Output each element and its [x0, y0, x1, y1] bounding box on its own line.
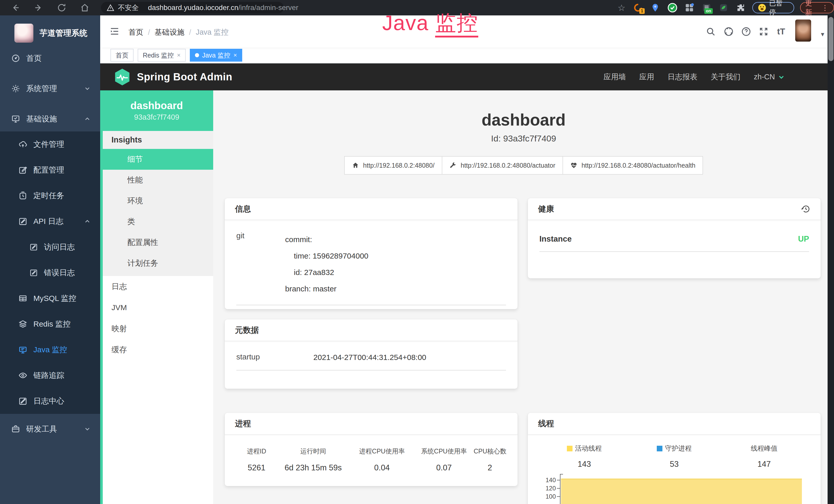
info-card-body: git commit: time: 1596289704000 id: 27aa… — [225, 220, 518, 305]
edit-square-icon — [29, 269, 38, 277]
tag-label: 首页 — [115, 51, 128, 60]
sba-menu-journal[interactable]: 日志报表 — [667, 72, 697, 82]
sba-content: dashboard Id: 93a3fc7f7409 http://192.16… — [213, 90, 834, 504]
sidebar-item-config-manage[interactable]: 配置管理 — [0, 157, 100, 183]
text-size-glyph: tT — [777, 27, 785, 37]
app-logo[interactable]: 芋道管理系统 — [14, 24, 87, 43]
search-icon[interactable] — [705, 26, 716, 37]
metadata-value: 2021-04-27T00:44:31.254+08:00 — [313, 352, 426, 362]
process-col-header: 系统CPU使用率 — [414, 447, 474, 456]
info-card: 信息 git commit: time: 1596289704000 id: 2… — [225, 198, 518, 309]
address-bar[interactable]: 不安全 dashboard.yudao.iocoder.cn/infra/adm… — [101, 2, 284, 14]
sba-menu-mappings[interactable]: 映射 — [103, 318, 213, 339]
process-col-header: CPU核心数 — [474, 447, 506, 456]
sba-brand[interactable]: Spring Boot Admin — [100, 68, 232, 86]
sba-menu-environment[interactable]: 环境 — [103, 190, 213, 211]
tag-home[interactable]: 首页 — [110, 49, 134, 62]
sba-menu-applications[interactable]: 应用 — [639, 72, 654, 82]
tag-close-icon[interactable]: × — [234, 52, 237, 59]
page-scrollbar-track[interactable] — [828, 16, 834, 504]
sba-instance-header[interactable]: dashboard 93a3fc7f7409 — [100, 90, 213, 131]
browser-forward-icon[interactable] — [34, 3, 43, 13]
browser-update-pill[interactable]: 更新 ⋮ — [800, 2, 834, 13]
extension-updater-icon[interactable]: 1 — [633, 2, 644, 13]
sba-menu-metrics[interactable]: 性能 — [103, 170, 213, 190]
extension-tabs-grid-icon[interactable] — [684, 2, 695, 13]
browser-reload-icon[interactable] — [57, 3, 67, 13]
breadcrumb-home[interactable]: 首页 — [128, 27, 143, 38]
sidebar-item-redis-monitor[interactable]: Redis 监控 — [0, 311, 100, 337]
breadcrumb-infrastructure[interactable]: 基础设施 — [155, 27, 184, 38]
sidebar-item-dev-tools[interactable]: 研发工具 — [0, 414, 100, 444]
spring-boot-admin-logo — [114, 68, 130, 86]
git-commit-line: commit: — [285, 231, 368, 248]
threads-values: 143 53 147 — [540, 460, 809, 469]
metadata-card-title: 元数据 — [235, 325, 259, 336]
gear-icon — [11, 84, 20, 93]
sidebar-item-file-manage[interactable]: 文件管理 — [0, 132, 100, 157]
sidebar-item-mysql-monitor[interactable]: MySQL 监控 — [0, 285, 100, 311]
live-threads-value: 143 — [540, 460, 629, 469]
sba-menu-classes[interactable]: 类 — [103, 211, 213, 232]
user-avatar[interactable] — [795, 20, 811, 42]
sba-menu-details[interactable]: 细节 — [100, 149, 213, 170]
extension-green-circle-icon[interactable] — [667, 2, 678, 13]
fullscreen-icon[interactable] — [758, 26, 769, 37]
text-size-icon[interactable]: tT — [776, 26, 787, 37]
sidebar-item-infrastructure[interactable]: 基础设施 — [0, 104, 100, 134]
threads-card-header: 线程 — [528, 413, 821, 435]
extension-leaf-icon[interactable] — [718, 2, 729, 13]
history-icon[interactable] — [801, 204, 810, 214]
extensions-puzzle-icon[interactable] — [735, 2, 746, 13]
sba-menu-config-props[interactable]: 配置属性 — [103, 232, 213, 253]
sba-sidebar-accent — [100, 131, 103, 504]
browser-back-icon[interactable] — [10, 3, 20, 13]
uptime-value: 6d 23h 15m 59s — [277, 463, 350, 473]
sba-menu-about[interactable]: 关于我们 — [711, 72, 741, 82]
github-icon[interactable] — [723, 26, 734, 37]
sidebar-item-system[interactable]: 系统管理 — [0, 73, 100, 104]
sba-menu-wallboard[interactable]: 应用墙 — [603, 72, 626, 82]
sidebar-item-scheduled-jobs[interactable]: 定时任务 — [0, 183, 100, 208]
sidebar-item-tracing[interactable]: 链路追踪 — [0, 363, 100, 388]
sidebar-item-label: 配置管理 — [34, 165, 64, 175]
avatar-caret-icon[interactable]: ▾ — [821, 30, 824, 38]
browser-menu-kebab-icon[interactable]: ⋮ — [821, 4, 829, 12]
eye-icon — [19, 371, 27, 380]
legend-label: 守护进程 — [665, 444, 692, 453]
browser-home-icon[interactable] — [80, 3, 90, 13]
sidebar-item-log-center[interactable]: 日志中心 — [0, 388, 100, 414]
sba-menu-caches[interactable]: 缓存 — [103, 339, 213, 360]
sidebar-item-access-logs[interactable]: 访问日志 — [0, 234, 100, 260]
sidebar-item-label: 文件管理 — [34, 139, 64, 150]
edit-square-icon — [29, 243, 38, 251]
tag-redis-monitor[interactable]: Redis 监控 × — [138, 49, 186, 62]
breadcrumb-separator: / — [189, 28, 191, 37]
paused-extension-pill[interactable]: 已暂停 — [752, 2, 794, 13]
sba-menu-logging[interactable]: 日志 — [103, 276, 213, 297]
breadcrumb-current: Java 监控 — [196, 27, 228, 38]
sba-menu-scheduled-tasks[interactable]: 计划任务 — [103, 253, 213, 274]
sidebar-item-home[interactable]: 首页 — [0, 43, 100, 73]
actuator-url-chip[interactable]: http://192.168.0.2:48080/actuator — [442, 156, 563, 175]
extension-pin-icon[interactable] — [650, 2, 661, 13]
help-icon[interactable] — [741, 26, 751, 37]
sidebar-item-error-logs[interactable]: 错误日志 — [0, 260, 100, 285]
sba-menu-jvm[interactable]: JVM — [103, 297, 213, 318]
legend-live: 活动线程 — [540, 444, 629, 453]
hamburger-icon[interactable] — [109, 26, 120, 36]
bookmark-star-icon[interactable]: ☆ — [616, 3, 627, 13]
sidebar-item-java-monitor[interactable]: Java 监控 — [0, 337, 100, 363]
service-url-chip[interactable]: http://192.168.0.2:48080/ — [344, 156, 442, 175]
sba-locale-select[interactable]: zh-CN — [754, 73, 785, 81]
health-url-chip[interactable]: http://192.168.0.2:48080/actuator/health — [563, 156, 703, 175]
threads-card-title: 线程 — [538, 418, 554, 429]
briefcase-icon — [11, 425, 20, 433]
page-scrollbar-thumb[interactable] — [828, 17, 833, 61]
tag-close-icon[interactable]: × — [177, 52, 180, 59]
health-status-badge: UP — [798, 234, 809, 244]
health-instance-row[interactable]: Instance UP — [540, 234, 809, 244]
sidebar-item-api-logs[interactable]: API 日志 — [0, 208, 100, 234]
tag-java-monitor[interactable]: Java 监控 × — [190, 49, 242, 62]
extension-onetab-icon[interactable]: on — [701, 2, 712, 13]
